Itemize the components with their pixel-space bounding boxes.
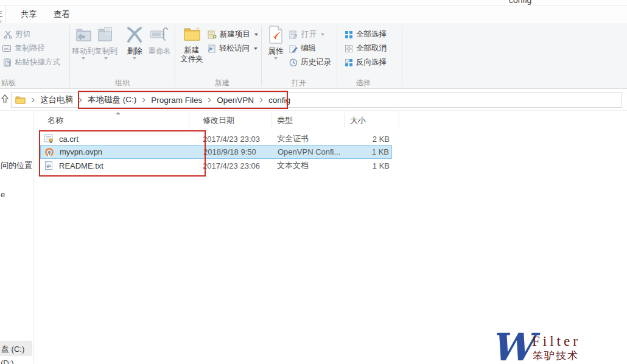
sidebar-item-local-disk-c[interactable]: 盘 (C:) [0,341,32,355]
select-all-button[interactable]: 全部选择 [345,29,387,40]
new-group-label: 新建 [215,78,229,88]
breadcrumb-chevron-icon [142,97,145,103]
tab-share[interactable]: 共享 [12,5,46,23]
breadcrumb-chevron-icon [259,97,263,103]
dropdown-caret-icon [321,33,324,36]
tab-home[interactable]: 主页 [0,5,5,23]
certificate-icon [44,134,54,144]
tab-view[interactable]: 查看 [45,5,79,23]
group-separator [337,26,337,86]
ribbon: 剪切 复制路径 粘贴快捷方式 贴板 移动到 复制到 删除 重命 [0,23,627,89]
copy-to-button[interactable]: 复制到 [93,26,119,60]
column-separator[interactable] [399,111,399,128]
properties-button[interactable]: 属性 [265,26,286,60]
group-separator [69,26,70,86]
ribbon-tab-strip: 主页 共享 查看 [0,5,627,23]
column-header-date[interactable]: 修改日期 [203,115,234,126]
properties-icon [267,26,284,44]
easy-access-button[interactable]: 轻松访问 [208,43,257,54]
paste-shortcut-button[interactable]: 粘贴快捷方式 [3,57,60,68]
watermark-subtitle: 笨驴技术 [533,349,579,363]
address-bar[interactable]: 这台电脑 本地磁盘 (C:) Program Files OpenVPN con… [11,92,622,108]
file-row-myvpn-ovpn[interactable]: myvpn.ovpn 2018/9/18 9:50 OpenVPN Confi.… [40,145,392,159]
breadcrumb-openvpn[interactable]: OpenVPN [217,96,254,105]
new-item-icon [208,30,217,39]
dropdown-caret-icon [254,33,258,36]
open-file-icon [289,30,298,39]
openvpn-icon [44,147,54,157]
file-type: OpenVPN Confi... [278,147,340,156]
new-item-button[interactable]: 新建项目 [208,29,258,40]
sort-ascending-icon [116,112,121,114]
dropdown-caret-icon [274,57,278,60]
file-row-ca-crt[interactable]: ca.crt 2017/4/23 23:03 安全证书 2 KB [40,132,392,145]
move-to-folder-icon [74,26,93,44]
group-separator [261,26,262,86]
dropdown-caret-icon [82,57,85,60]
invert-selection-button[interactable]: 反向选择 [345,57,387,68]
file-size: 2 KB [373,135,390,144]
group-separator [402,26,402,86]
breadcrumb-chevron-icon [208,97,211,103]
select-none-icon [345,44,353,53]
paste-shortcut-icon [3,58,12,67]
breadcrumb-chevron-icon [31,97,35,103]
select-none-button[interactable]: 全部取消 [345,43,387,54]
breadcrumb-chevron-icon [79,97,82,103]
invert-selection-icon [345,58,353,67]
watermark: W Filter 笨驴技术 [491,329,625,364]
title-bar: config [0,0,627,5]
file-name: myvpn.ovpn [60,147,102,156]
history-button[interactable]: 历史记录 [289,57,331,68]
rename-button[interactable]: 重命名 [146,26,173,56]
copy-path-button[interactable]: 复制路径 [2,43,45,54]
column-separator[interactable] [344,111,345,128]
file-type: 安全证书 [277,133,309,144]
column-separator[interactable] [189,111,189,128]
cut-button[interactable]: 剪切 [4,29,30,40]
navigate-up-button[interactable] [1,94,10,105]
column-header-type[interactable]: 类型 [277,115,293,126]
copy-path-icon [2,44,12,52]
select-all-icon [345,30,353,39]
sidebar-divider [33,111,34,364]
sidebar-item-recent-places[interactable]: 问的位置 [1,160,32,171]
select-group-label: 选择 [356,78,371,88]
file-size: 1 KB [372,147,389,156]
column-header-name[interactable]: 名称 [47,115,63,126]
dropdown-caret-icon [104,57,108,60]
file-date: 2018/9/18 9:50 [203,147,256,156]
new-folder-icon [183,26,201,43]
sidebar-item-disk-d[interactable]: (D:) [1,359,14,364]
clipboard-group-label: 贴板 [1,78,16,88]
edit-button[interactable]: 编辑 [289,43,316,54]
history-clock-icon [289,58,298,67]
copy-to-folder-icon [97,26,115,44]
watermark-w-logo: W [491,325,533,364]
delete-button[interactable]: 删除 [124,26,145,60]
open-group-label: 打开 [292,78,306,88]
file-name: ca.crt [59,135,79,144]
file-date: 2017/4/23 23:06 [203,161,260,170]
watermark-brand: Filter [532,334,581,349]
new-folder-button[interactable]: 新建文件夹 [180,26,204,64]
file-type: 文本文档 [277,160,309,171]
column-header-size[interactable]: 大小 [350,115,366,126]
column-separator[interactable] [271,111,271,128]
file-row-readme-txt[interactable]: README.txt 2017/4/23 23:06 文本文档 1 KB [40,159,392,172]
sidebar-item-onedrive[interactable]: e [1,190,5,199]
rename-icon [149,26,170,44]
open-button[interactable]: 打开 [289,29,324,40]
file-explorer-window: config 主页 共享 查看 剪切 复制路径 粘贴快捷方式 贴板 移动到 [0,0,627,364]
breadcrumb-program-files[interactable]: Program Files [151,96,202,105]
breadcrumb-config[interactable]: config [268,96,290,105]
delete-x-icon [125,26,144,44]
scissors-icon [4,30,12,39]
breadcrumb-this-pc[interactable]: 这台电脑 [40,94,73,105]
move-to-button[interactable]: 移动到 [71,26,96,60]
up-arrow-icon [1,94,9,103]
address-bar-row: 这台电脑 本地磁盘 (C:) Program Files OpenVPN con… [0,89,627,111]
easy-access-icon [208,44,216,53]
breadcrumb-local-disk-c[interactable]: 本地磁盘 (C:) [88,94,136,105]
file-size: 1 KB [373,161,390,170]
